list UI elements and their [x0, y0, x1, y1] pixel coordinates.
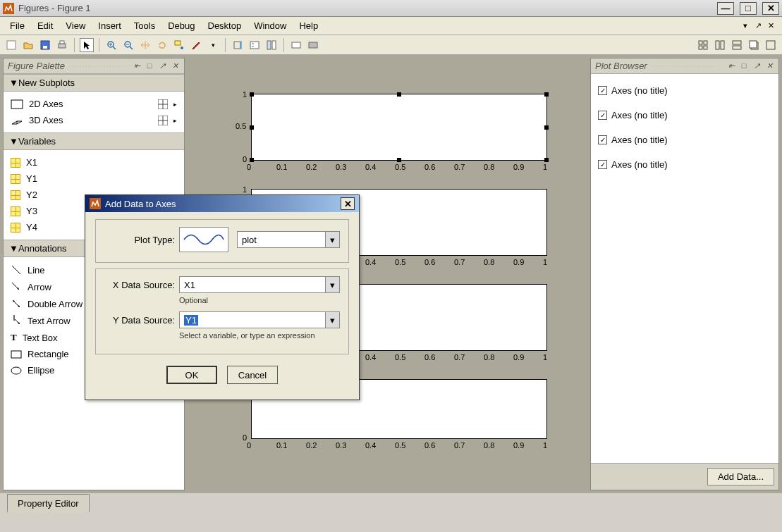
browser-axes-item[interactable]: ✓Axes (no title)	[597, 103, 773, 128]
axes-2d-item[interactable]: 2D Axes ▸	[9, 96, 178, 112]
browser-axes-item[interactable]: ✓Axes (no title)	[597, 152, 773, 177]
show-tools-icon[interactable]	[306, 38, 320, 52]
menu-tools[interactable]: Tools	[128, 18, 161, 33]
panel-undock-icon[interactable]: □	[739, 61, 749, 71]
open-icon[interactable]	[21, 38, 35, 52]
axes-2d-label: 2D Axes	[29, 99, 152, 109]
panel-max-icon[interactable]: ↗	[752, 61, 762, 71]
checkbox-icon[interactable]: ✓	[598, 135, 607, 144]
panel-dock-icon[interactable]: ⇤	[132, 61, 142, 71]
axes-2d-icon	[11, 99, 23, 109]
figure-palette-title: Figure Palette	[8, 61, 65, 71]
ytick-label: 1	[243, 90, 247, 99]
checkbox-icon[interactable]: ✓	[598, 86, 607, 95]
chevron-down-icon: ▾	[325, 277, 339, 292]
minimize-button[interactable]: —	[717, 2, 734, 15]
panel-dock-icon[interactable]: ⇤	[726, 61, 736, 71]
menu-window[interactable]: Window	[248, 18, 292, 33]
zoom-in-icon[interactable]	[104, 38, 118, 52]
y-data-dropdown[interactable]: Y1 ▾	[179, 311, 340, 328]
xtick-label: 0.9	[513, 258, 524, 266]
checkbox-icon[interactable]: ✓	[598, 160, 607, 169]
new-subplots-header[interactable]: ▼ New Subplots	[4, 74, 184, 92]
xtick-label: 0.4	[365, 163, 376, 171]
menu-view[interactable]: View	[60, 18, 91, 33]
menu-edit[interactable]: Edit	[32, 18, 59, 33]
pan-icon[interactable]	[138, 38, 152, 52]
svg-rect-21	[272, 41, 276, 49]
variable-name: Y3	[26, 206, 37, 216]
xtick-label: 0.2	[306, 163, 317, 171]
browser-axes-item[interactable]: ✓Axes (no title)	[597, 78, 773, 103]
new-figure-icon[interactable]	[4, 38, 18, 52]
cancel-button[interactable]: Cancel	[227, 366, 278, 384]
tile-4-icon[interactable]	[747, 38, 761, 52]
variable-item[interactable]: Y1	[9, 171, 178, 187]
property-editor-tab[interactable]: Property Editor	[7, 494, 90, 512]
checkbox-icon[interactable]: ✓	[598, 111, 607, 120]
xtick-label: 0.5	[395, 258, 405, 266]
doc-restore-icon[interactable]: ↗	[754, 22, 762, 30]
brush-icon[interactable]	[189, 38, 203, 52]
menu-bar: File Edit View Insert Tools Debug Deskto…	[0, 17, 782, 35]
browser-axes-label: Axes (no title)	[611, 135, 667, 145]
dialog-app-icon	[90, 198, 101, 209]
legend-icon[interactable]	[248, 38, 262, 52]
axes-1[interactable]	[251, 94, 547, 161]
print-icon[interactable]	[55, 38, 69, 52]
tile-2-icon[interactable]	[713, 38, 727, 52]
svg-rect-24	[699, 41, 702, 44]
plot-type-dropdown[interactable]: plot ▾	[237, 231, 340, 248]
window-titlebar: Figures - Figure 1 — □ ✕	[0, 0, 782, 17]
ytick-label: 0.5	[236, 122, 246, 130]
panel-undock-icon[interactable]: □	[145, 61, 154, 71]
hide-tools-icon[interactable]	[289, 38, 303, 52]
rotate-icon[interactable]	[155, 38, 169, 52]
xtick-label: 0.7	[454, 163, 465, 171]
doc-close-icon[interactable]: ✕	[766, 22, 775, 30]
variable-item[interactable]: X1	[9, 154, 178, 171]
link-icon[interactable]: ▾	[206, 38, 220, 52]
menu-help[interactable]: Help	[293, 18, 324, 33]
xtick-label: 0.6	[424, 163, 435, 171]
doc-minimize-icon[interactable]: ▾	[741, 22, 750, 30]
annotation-label: Ellipse	[28, 365, 54, 376]
svg-rect-28	[716, 41, 719, 49]
menu-file[interactable]: File	[4, 18, 30, 33]
toolbar: ▾	[0, 35, 782, 55]
browser-axes-label: Axes (no title)	[611, 110, 667, 120]
tile-3-icon[interactable]	[730, 38, 744, 52]
layout-icon[interactable]	[264, 38, 279, 52]
variables-header[interactable]: ▼ Variables	[4, 132, 184, 150]
maximize-button[interactable]: □	[740, 2, 757, 15]
datatip-icon[interactable]	[172, 38, 186, 52]
axes-3d-item[interactable]: 3D Axes ▸	[9, 112, 178, 128]
save-icon[interactable]	[38, 38, 52, 52]
xtick-label: 0.5	[395, 163, 405, 171]
tile-1-icon[interactable]	[696, 38, 710, 52]
panel-max-icon[interactable]: ↗	[157, 61, 167, 71]
svg-rect-49	[90, 198, 101, 209]
variable-name: Y1	[26, 173, 37, 184]
pointer-icon[interactable]	[80, 38, 94, 52]
panel-close-icon[interactable]: ✕	[764, 61, 774, 71]
svg-point-48	[11, 367, 21, 374]
dialog-close-button[interactable]: ✕	[341, 197, 355, 210]
zoom-out-icon[interactable]	[121, 38, 135, 52]
colorbar-icon[interactable]	[231, 38, 245, 52]
svg-rect-22	[292, 42, 300, 48]
menu-debug[interactable]: Debug	[162, 18, 200, 33]
maximize-panel-icon[interactable]	[764, 38, 778, 52]
chevron-down-icon: ▾	[325, 232, 339, 247]
add-data-button[interactable]: Add Data...	[707, 468, 774, 485]
xtick-label: 0.7	[454, 258, 465, 266]
menu-insert[interactable]: Insert	[92, 18, 127, 33]
menu-desktop[interactable]: Desktop	[202, 18, 248, 33]
grid-picker-icon[interactable]	[158, 99, 168, 109]
x-data-dropdown[interactable]: X1 ▾	[179, 276, 340, 293]
panel-close-icon[interactable]: ✕	[170, 61, 180, 71]
close-button[interactable]: ✕	[762, 2, 779, 15]
ok-button[interactable]: OK	[166, 366, 217, 384]
browser-axes-item[interactable]: ✓Axes (no title)	[597, 128, 773, 152]
grid-picker-icon[interactable]	[158, 116, 168, 125]
